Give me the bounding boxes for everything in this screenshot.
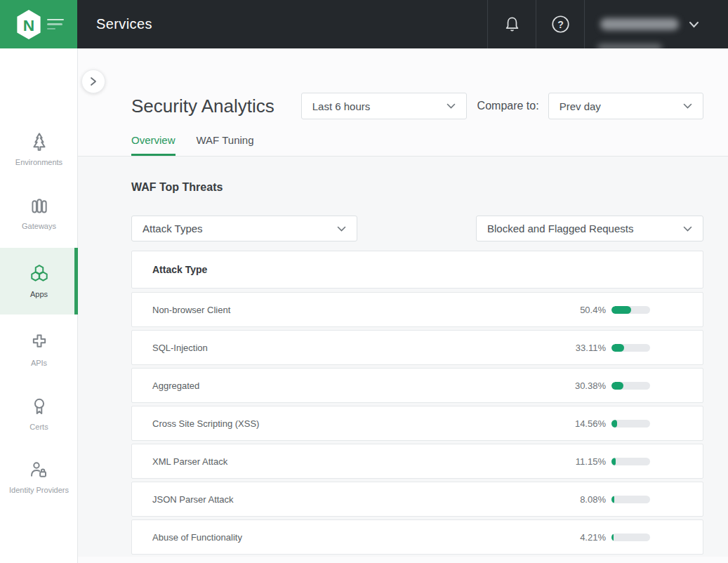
tree-icon	[29, 131, 50, 152]
sidebar-item-apps[interactable]: Apps	[0, 248, 78, 314]
chevron-down-icon	[683, 103, 692, 109]
compare-select[interactable]: Prev day	[548, 93, 703, 119]
attack-percent-value: 4.21%	[567, 532, 606, 543]
percent-bar-fill	[611, 496, 614, 503]
chevron-down-icon	[446, 103, 456, 109]
percent-bar-fill	[611, 420, 617, 428]
attack-percent-value: 30.38%	[567, 380, 606, 391]
attack-percent-value: 8.08%	[567, 494, 606, 505]
tabs: Overview WAF Tuning	[78, 134, 728, 157]
page-title: Security Analytics	[131, 95, 274, 117]
help-icon: ?	[551, 15, 570, 34]
table-row: Abuse of Functionality 4.21%	[131, 519, 703, 555]
percent-bar	[611, 306, 650, 314]
svg-text:?: ?	[557, 19, 564, 30]
app-window: N Services ?	[0, 0, 728, 563]
compare-value: Prev day	[560, 100, 601, 112]
percent-bar	[611, 382, 650, 390]
main-content: Security Analytics Last 6 hours Compare …	[78, 48, 728, 563]
sidebar-item-environments[interactable]: Environments	[0, 121, 78, 178]
attack-type-label: Abuse of Functionality	[152, 532, 567, 543]
percent-bar-fill	[611, 382, 623, 390]
request-type-select[interactable]: Blocked and Flagged Requests	[476, 216, 703, 241]
time-range-select[interactable]: Last 6 hours	[301, 93, 467, 119]
bell-icon	[503, 15, 522, 34]
table-body: Non-browser Client 50.4% SQL-Injection 3…	[131, 292, 703, 555]
attack-percent-value: 11.15%	[567, 456, 606, 467]
time-range-value: Last 6 hours	[312, 100, 371, 112]
percent-bar	[611, 420, 650, 428]
percent-bar-fill	[611, 344, 624, 352]
percent-bar-fill	[611, 458, 616, 465]
sidebar-item-apis[interactable]: APIs	[0, 322, 78, 378]
nginx-logo[interactable]: N	[0, 0, 77, 48]
sidebar-nav: Environments Gateways Apps APIs Certs Id…	[0, 48, 77, 512]
section-title: WAF Top Threats	[131, 157, 703, 194]
table-row: JSON Parser Attack 8.08%	[131, 482, 703, 517]
sidebar: Environments Gateways Apps APIs Certs Id…	[0, 48, 78, 563]
table-row: Aggregated 30.38%	[131, 368, 703, 403]
tab-overview[interactable]: Overview	[131, 134, 176, 156]
waf-section: WAF Top Threats Attack Types Blocked and…	[78, 157, 728, 557]
attack-percent-value: 14.56%	[567, 418, 606, 429]
notifications-button[interactable]	[487, 0, 536, 48]
user-subtext-redacted	[597, 44, 662, 48]
top-header: N Services ?	[0, 0, 728, 48]
attack-percent-value: 33.11%	[567, 343, 606, 353]
chevron-right-icon	[89, 77, 98, 86]
gateway-icon	[29, 195, 50, 216]
logo-speed-lines-icon	[47, 19, 64, 30]
percent-bar-fill	[611, 306, 631, 314]
attack-type-label: JSON Parser Attack	[152, 494, 567, 505]
percent-bar	[611, 534, 650, 541]
percent-bar	[611, 344, 650, 352]
svg-text:N: N	[22, 15, 34, 34]
table-row: Cross Site Scripting (XSS) 14.56%	[131, 406, 703, 441]
sidebar-expand-button[interactable]	[81, 69, 105, 93]
attack-types-value: Attack Types	[143, 223, 203, 234]
attack-percent-value: 50.4%	[567, 305, 606, 315]
attack-type-label: XML Parser Attack	[152, 456, 567, 467]
sidebar-item-gateways[interactable]: Gateways	[0, 185, 78, 241]
nginx-hexagon-icon: N	[14, 8, 44, 41]
user-menu[interactable]	[584, 0, 728, 48]
ribbon-icon	[29, 396, 50, 417]
chevron-down-icon	[337, 226, 346, 232]
percent-bar-fill	[611, 534, 614, 541]
percent-bar	[611, 458, 650, 465]
attack-type-label: Cross Site Scripting (XSS)	[152, 418, 567, 429]
sidebar-item-certs[interactable]: Certs	[0, 385, 78, 442]
table-header: Attack Type	[131, 251, 703, 289]
help-button[interactable]: ?	[536, 0, 584, 48]
chevron-down-icon	[683, 226, 692, 232]
attack-type-label: SQL-Injection	[152, 343, 567, 353]
table-row: XML Parser Attack 11.15%	[131, 444, 703, 479]
tab-waf-tuning[interactable]: WAF Tuning	[197, 134, 254, 156]
threats-table: Attack Type Non-browser Client 50.4% SQL…	[131, 251, 703, 555]
percent-bar	[611, 496, 650, 503]
table-row: SQL-Injection 33.11%	[131, 330, 703, 365]
request-type-value: Blocked and Flagged Requests	[487, 223, 633, 234]
chevron-down-icon	[689, 21, 699, 28]
attack-type-label: Non-browser Client	[152, 305, 567, 315]
user-name-redacted	[600, 18, 679, 30]
hexagons-icon	[29, 263, 50, 284]
cross-icon	[29, 332, 50, 353]
page-app-title: Services	[96, 0, 152, 48]
attack-types-select[interactable]: Attack Types	[131, 216, 357, 241]
compare-to-label: Compare to:	[477, 100, 539, 112]
attack-type-label: Aggregated	[152, 380, 567, 391]
table-row: Non-browser Client 50.4%	[131, 292, 703, 327]
person-lock-icon	[29, 459, 50, 480]
sidebar-item-identity-providers[interactable]: Identity Providers	[0, 449, 78, 505]
